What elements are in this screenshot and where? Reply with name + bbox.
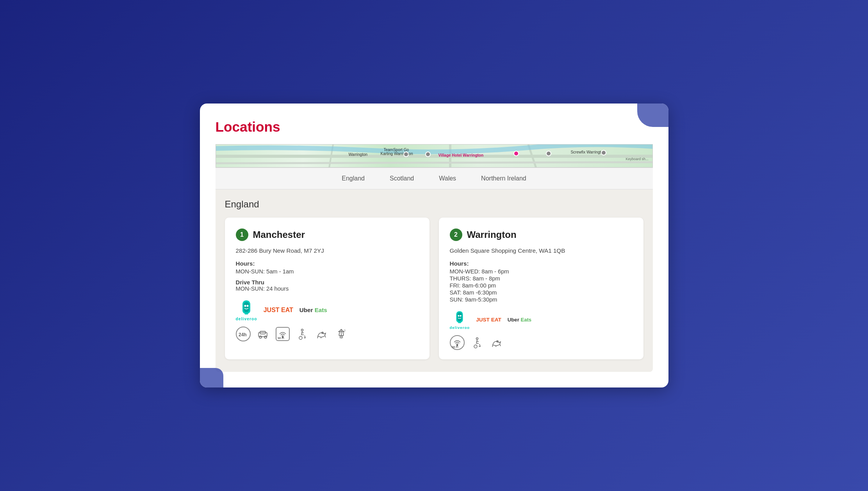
svg-point-21 [476, 338, 478, 340]
svg-point-5 [244, 305, 246, 307]
location-number-2: 2 [450, 229, 462, 241]
svg-text:24h: 24h [239, 332, 247, 337]
map-pin-2 [425, 152, 431, 157]
svg-point-17 [458, 315, 460, 316]
uber-eats-logo-manchester: Uber Eats [299, 307, 327, 313]
deliveroo-logo-warrington: deliveroo [450, 310, 470, 330]
outdoor-seating-icon [334, 327, 348, 341]
wifi-icon-manchester: Wi Fi [276, 327, 290, 341]
tab-northern-ireland[interactable]: Northern Ireland [478, 173, 529, 184]
delivery-logos-manchester: deliveroo JUST EAT Uber Eats [236, 299, 419, 321]
section-england: England 1 Manchester 282-286 Bury New Ro… [216, 189, 653, 372]
location-address-warrington: Golden Square Shopping Centre, WA1 1QB [450, 247, 633, 254]
map-pin-4 [601, 150, 606, 155]
hours-label-manchester: Hours: [236, 260, 419, 267]
svg-point-15 [299, 336, 302, 339]
svg-line-4 [216, 162, 652, 163]
location-header-warrington: 2 Warrington [450, 229, 633, 241]
deliveroo-logo: deliveroo [236, 299, 257, 321]
map-label-screwfix: Screwfix Warrington [570, 150, 605, 154]
svg-text:Wi Fi: Wi Fi [278, 337, 284, 339]
deliveroo-text-warrington: deliveroo [450, 325, 470, 330]
map-pin-3 [546, 151, 551, 156]
locations-grid: 1 Manchester 282-286 Bury New Road, M7 2… [225, 218, 643, 359]
deliveroo-text: deliveroo [236, 317, 257, 321]
hours-label-warrington: Hours: [450, 260, 633, 267]
delivery-logos-warrington: deliveroo JUST EAT Uber Eats [450, 310, 633, 330]
svg-text:Wi Fi: Wi Fi [452, 346, 458, 348]
map-pin-hotel [513, 151, 519, 156]
dogs-icon-warrington [490, 336, 504, 350]
location-card-warrington: 2 Warrington Golden Square Shopping Cent… [439, 218, 643, 359]
svg-point-14 [301, 329, 303, 331]
wifi-icon-warrington: Wi Fi [450, 335, 465, 350]
amenity-icons-manchester: 24h [236, 327, 419, 341]
drive-thru-section: Drive Thru MON-SUN: 24 hours [236, 279, 419, 292]
dogs-icon-manchester [315, 327, 329, 341]
amenity-icons-warrington: Wi Fi [450, 335, 633, 350]
hours-manchester: MON-SUN: 5am - 1am [236, 268, 419, 275]
svg-point-18 [460, 315, 462, 316]
svg-point-11 [264, 336, 267, 338]
svg-point-10 [259, 336, 262, 338]
tabs-bar: England Scotland Wales Northern Ireland [216, 168, 653, 189]
tab-wales[interactable]: Wales [436, 173, 459, 184]
location-address-manchester: 282-286 Bury New Road, M7 2YJ [236, 247, 419, 254]
drive-thru-hours: MON-SUN: 24 hours [236, 286, 419, 292]
map-label-keyboard: Keyboard sh... [626, 157, 648, 161]
hours-warrington: MON-WED: 8am - 6pm THURS: 8am - 8pm FRI:… [450, 268, 633, 303]
tab-england[interactable]: England [339, 173, 368, 184]
24h-icon: 24h [236, 327, 251, 341]
section-title: England [225, 199, 643, 210]
wheelchair-icon-warrington [470, 336, 484, 350]
map-area: Warrington TeamSport Go Karting Warringt… [216, 144, 653, 168]
location-card-manchester: 1 Manchester 282-286 Bury New Road, M7 2… [225, 218, 430, 359]
page-card: Locations Warrington TeamSport Go Kartin… [200, 104, 668, 387]
svg-point-6 [247, 305, 249, 307]
map-label-warrington: Warrington [349, 152, 368, 157]
wheelchair-icon-manchester [295, 327, 309, 341]
page-title: Locations [216, 119, 653, 135]
location-header-manchester: 1 Manchester [236, 229, 419, 241]
drive-thru-icon [256, 327, 270, 341]
uber-eats-logo-warrington: Uber Eats [508, 317, 531, 323]
svg-point-22 [474, 345, 477, 348]
just-eat-logo-manchester: JUST EAT [264, 307, 293, 314]
map-label-village-hotel: Village Hotel Warrington [438, 153, 484, 157]
location-name-manchester: Manchester [253, 229, 305, 240]
tab-scotland[interactable]: Scotland [387, 173, 417, 184]
location-name-warrington: Warrington [467, 229, 517, 240]
map-pin-1 [403, 152, 409, 157]
drive-thru-label: Drive Thru [236, 279, 419, 286]
location-number-1: 1 [236, 229, 248, 241]
just-eat-logo-warrington: JUST EAT [476, 317, 501, 323]
